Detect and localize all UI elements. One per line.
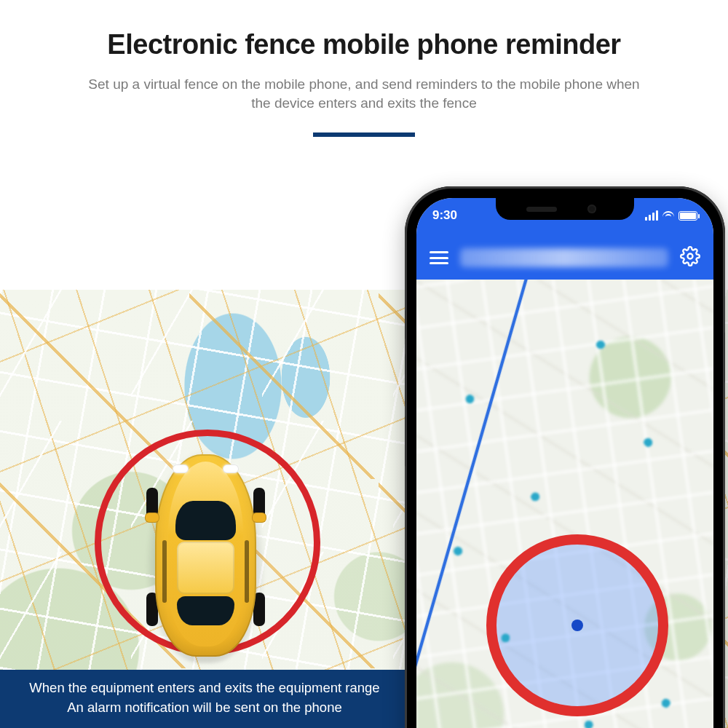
app-title-blurred	[460, 248, 668, 267]
geofence-zone	[486, 534, 668, 716]
caption-line-2: An alarm notification will be sent on th…	[15, 698, 395, 718]
app-bar	[416, 236, 713, 280]
caption-line-1: When the equipment enters and exits the …	[15, 678, 395, 698]
signal-icon	[645, 210, 658, 221]
wifi-icon	[662, 211, 674, 220]
status-time: 9:30	[432, 208, 457, 223]
page-title: Electronic fence mobile phone reminder	[0, 29, 728, 60]
phone-notch	[496, 198, 634, 220]
settings-button[interactable]	[680, 246, 700, 269]
route-line	[416, 280, 536, 728]
gear-icon	[680, 246, 700, 266]
menu-icon[interactable]	[430, 251, 448, 264]
battery-icon	[678, 211, 697, 221]
caption-banner: When the equipment enters and exits the …	[0, 670, 409, 728]
car-icon	[149, 450, 262, 661]
phone-map[interactable]	[416, 280, 713, 728]
phone-mockup: 9:30	[405, 186, 725, 728]
page-subtitle: Set up a virtual fence on the mobile pho…	[87, 75, 641, 112]
title-divider	[313, 132, 415, 137]
svg-point-0	[688, 254, 693, 259]
